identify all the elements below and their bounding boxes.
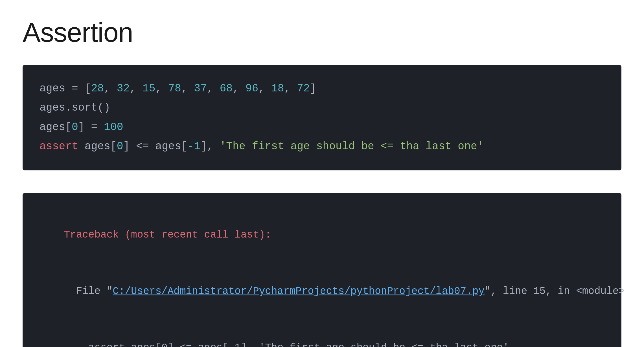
page-title: Assertion [23, 17, 621, 48]
traceback-line-2: File "C:/Users/Administrator/PycharmProj… [40, 263, 604, 320]
code-block: ages = [28, 32, 15, 78, 37, 68, 96, 18, … [23, 65, 621, 170]
code-line-1: ages = [28, 32, 15, 78, 37, 68, 96, 18, … [40, 79, 604, 98]
code-line-3: ages[0] = 100 [40, 118, 604, 137]
code-line-4: assert ages[0] <= ages[-1], 'The first a… [40, 137, 604, 156]
traceback-block: Traceback (most recent call last): File … [23, 193, 621, 347]
traceback-file-link[interactable]: C:/Users/Administrator/PycharmProjects/p… [113, 285, 485, 297]
code-line-2: ages.sort() [40, 98, 604, 117]
traceback-line-3: assert ages[0] <= ages[-1], 'The first a… [40, 320, 604, 347]
traceback-line-1: Traceback (most recent call last): [40, 207, 604, 263]
